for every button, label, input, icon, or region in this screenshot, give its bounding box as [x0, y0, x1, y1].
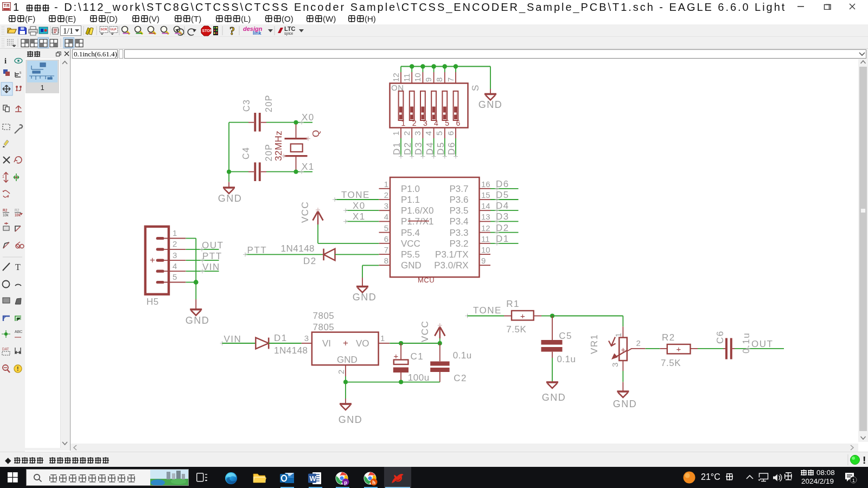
svg-text:7805: 7805	[313, 322, 335, 332]
svg-text:C2: C2	[454, 373, 467, 383]
svg-text:2: 2	[412, 119, 417, 127]
svg-text:D4: D4	[425, 142, 435, 155]
svg-text:1: 1	[384, 179, 388, 189]
svg-text:3: 3	[610, 363, 620, 367]
svg-text:1: 1	[852, 478, 855, 483]
svg-text:X0: X0	[302, 112, 315, 123]
svg-text:P3.1/TX: P3.1/TX	[435, 249, 468, 260]
svg-text:VCC: VCC	[401, 239, 420, 249]
svg-text:X1: X1	[302, 162, 315, 172]
svg-text:0.1u: 0.1u	[453, 350, 472, 361]
svg-text:11: 11	[481, 234, 490, 243]
svg-text:P3.7: P3.7	[450, 184, 469, 194]
svg-text:7: 7	[446, 78, 455, 82]
svg-text:1N4148: 1N4148	[274, 345, 308, 356]
svg-text:2: 2	[173, 239, 177, 248]
svg-text:D5: D5	[496, 190, 509, 200]
svg-text:S: S	[470, 84, 481, 91]
svg-text:VI: VI	[322, 338, 331, 349]
svg-text:4: 4	[434, 119, 438, 127]
svg-text:D1: D1	[274, 333, 288, 343]
svg-text:3: 3	[423, 119, 427, 127]
svg-text:R2: R2	[662, 332, 675, 343]
svg-text:9: 9	[481, 256, 486, 265]
svg-text:D6: D6	[446, 142, 457, 155]
svg-text:H5: H5	[146, 297, 159, 307]
svg-text:OUT: OUT	[202, 240, 224, 251]
svg-text:GND: GND	[353, 292, 377, 303]
svg-text:6: 6	[384, 234, 388, 243]
svg-text:GND: GND	[542, 392, 566, 403]
svg-text:32MHz: 32MHz	[273, 131, 284, 161]
svg-text:8: 8	[435, 78, 444, 82]
svg-text:+: +	[150, 255, 155, 265]
svg-text:VCC: VCC	[300, 201, 310, 223]
svg-text:10: 10	[481, 245, 490, 254]
svg-text:3: 3	[384, 201, 388, 210]
svg-text:4: 4	[384, 212, 388, 221]
svg-text:TONE: TONE	[473, 305, 502, 316]
svg-text:6: 6	[446, 131, 455, 136]
svg-text:1: 1	[614, 333, 623, 337]
svg-text:5: 5	[173, 272, 177, 281]
svg-text:W: W	[310, 474, 317, 483]
svg-text:P3.5: P3.5	[450, 206, 469, 216]
svg-text:D1: D1	[392, 142, 402, 155]
svg-text:D4: D4	[496, 201, 509, 211]
svg-text:1N4148: 1N4148	[281, 243, 315, 254]
svg-text:D2: D2	[303, 256, 317, 266]
svg-text:D2: D2	[403, 142, 413, 155]
svg-text:1: 1	[401, 119, 406, 127]
svg-text:7805: 7805	[313, 311, 335, 321]
svg-text:1: 1	[380, 333, 385, 343]
svg-text:C1: C1	[411, 351, 424, 362]
svg-text:Q: Q	[311, 130, 321, 137]
svg-text:D3: D3	[496, 211, 509, 222]
svg-text:+: +	[343, 338, 348, 348]
svg-text:4: 4	[173, 261, 177, 271]
svg-text:2: 2	[336, 370, 346, 374]
svg-text:GND: GND	[337, 355, 358, 365]
svg-text:!: !	[863, 454, 866, 466]
svg-text:P3.2: P3.2	[450, 239, 469, 249]
svg-text:3: 3	[304, 333, 309, 343]
svg-text:VIN: VIN	[202, 262, 220, 272]
svg-text:12: 12	[481, 223, 490, 233]
svg-text:X0: X0	[353, 201, 366, 211]
svg-text:GND: GND	[186, 315, 210, 326]
svg-text:VCC: VCC	[420, 320, 430, 342]
svg-text:7.5K: 7.5K	[506, 324, 526, 335]
svg-text:P3.6: P3.6	[450, 195, 469, 205]
svg-text:7: 7	[384, 245, 388, 254]
svg-text:4: 4	[424, 131, 433, 136]
svg-text:5: 5	[435, 131, 444, 136]
svg-text:GND: GND	[339, 414, 363, 425]
svg-text:16: 16	[481, 179, 490, 189]
svg-text:P1.1: P1.1	[401, 195, 420, 205]
svg-text:P5.4: P5.4	[401, 228, 420, 238]
svg-text:7.5K: 7.5K	[661, 358, 681, 368]
svg-text:3: 3	[413, 131, 422, 136]
svg-text:D2: D2	[496, 223, 509, 233]
svg-text:1: 1	[173, 228, 177, 237]
svg-text:5: 5	[384, 223, 388, 233]
svg-text:PTT: PTT	[202, 251, 222, 261]
svg-text:100u: 100u	[408, 373, 430, 383]
svg-text:GND: GND	[613, 399, 637, 409]
svg-text:h: h	[372, 479, 375, 485]
svg-text:1: 1	[391, 131, 400, 136]
svg-text:P3.3: P3.3	[450, 228, 469, 238]
svg-text:2: 2	[384, 190, 388, 200]
svg-text:11: 11	[402, 73, 411, 82]
svg-text:p: p	[344, 479, 347, 485]
svg-text:+: +	[520, 311, 525, 320]
svg-text:C4: C4	[241, 147, 251, 159]
svg-text:ON: ON	[391, 83, 404, 92]
svg-text:14: 14	[481, 201, 490, 210]
svg-text:R1: R1	[506, 299, 520, 309]
svg-text:15: 15	[481, 190, 490, 200]
svg-text:GND: GND	[478, 99, 503, 110]
svg-text:0.1u: 0.1u	[557, 354, 576, 364]
svg-text:5: 5	[445, 119, 449, 127]
svg-text:P3.0/RX: P3.0/RX	[434, 260, 468, 271]
